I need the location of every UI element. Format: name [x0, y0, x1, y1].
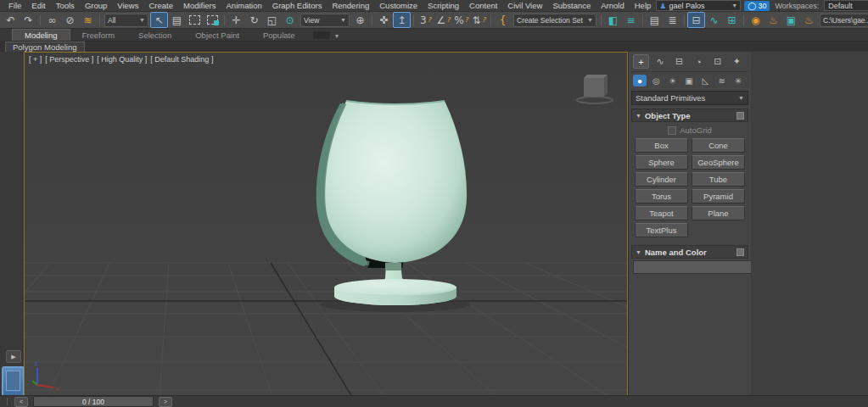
panel-tab-display[interactable]: ⊡ [709, 54, 725, 69]
edit-named-selection-sets-button[interactable]: { [494, 12, 512, 28]
ribbon-tab-modeling[interactable]: Modeling [12, 29, 70, 41]
category-lights-icon[interactable]: ☀ [666, 75, 680, 86]
align-button[interactable]: ≡ [622, 12, 640, 28]
menu-arnold[interactable]: Arnold [596, 0, 629, 11]
panel-tab-create[interactable]: + [633, 54, 649, 69]
workspace-dropdown[interactable]: Default ▼ [824, 0, 868, 11]
perspective-viewport[interactable]: [ + ][ Perspective ][ High Quality ][ De… [24, 52, 628, 396]
menu-views[interactable]: Views [112, 0, 143, 11]
viewport-quality-label[interactable]: [ High Quality ] [97, 55, 147, 64]
category-cameras-icon[interactable]: ▣ [682, 75, 696, 86]
use-pivot-point-center-button[interactable]: ⊕ [351, 12, 369, 28]
next-frame-button[interactable]: > [159, 397, 172, 407]
cone-button[interactable]: Cone [692, 138, 745, 153]
geosphere-button[interactable]: GeoSphere [692, 155, 745, 170]
percent-snap-button[interactable]: %? [452, 12, 470, 28]
category-helpers-icon[interactable]: ◺ [698, 75, 712, 86]
select-and-link-button[interactable]: ∞ [43, 12, 61, 28]
name-and-color-rollout-header[interactable]: ▼ Name and Color [631, 245, 748, 259]
plane-button[interactable]: Plane [692, 206, 745, 220]
cylinder-button[interactable]: Cylinder [635, 172, 688, 187]
keyboard-shortcut-override-button[interactable]: ↥ [393, 12, 411, 28]
selection-filter-dropdown[interactable]: All▼ [104, 14, 148, 27]
ribbon-toggle-button[interactable]: ⊟ [687, 12, 705, 28]
panel-tab-modify[interactable]: ∿ [652, 54, 669, 69]
curve-editor-button[interactable]: ∿ [705, 12, 723, 28]
schematic-view-button[interactable]: ⊞ [723, 12, 741, 28]
menu-rendering[interactable]: Rendering [327, 0, 374, 11]
rectangular-selection-region-button[interactable] [186, 12, 204, 28]
select-and-place-button[interactable]: ⊙ [281, 12, 299, 28]
select-and-scale-button[interactable]: ◱ [263, 12, 281, 28]
autogrid-checkbox[interactable] [668, 126, 676, 135]
category-shapes-icon[interactable]: ◎ [649, 75, 663, 86]
create-selection-set-dropdown[interactable]: Create Selection Set▼ [513, 14, 596, 27]
ribbon-config-icon[interactable] [313, 31, 330, 39]
teapot-button[interactable]: Teapot [635, 206, 688, 220]
viewcube[interactable] [574, 70, 615, 105]
pyramid-button[interactable]: Pyramid [692, 189, 745, 204]
menu-graph-editors[interactable]: Graph Editors [267, 0, 328, 11]
render-setup-button[interactable]: ♨ [764, 12, 782, 28]
menu-file[interactable]: File [3, 0, 26, 11]
menu-edit[interactable]: Edit [26, 0, 50, 11]
reference-coordinate-system-dropdown[interactable]: View▼ [300, 14, 350, 27]
render-production-button[interactable]: ♨ [800, 12, 818, 28]
ribbon-tab-selection[interactable]: Selection [126, 30, 183, 41]
menu-tools[interactable]: Tools [51, 0, 80, 11]
menu-help[interactable]: Help [630, 0, 657, 11]
select-and-manipulate-button[interactable]: ✜ [375, 12, 393, 28]
unlink-selection-button[interactable]: ⊘ [61, 12, 79, 28]
textplus-button[interactable]: TextPlus [635, 223, 688, 237]
window-crossing-button[interactable] [204, 12, 221, 28]
viewport-shading-label[interactable]: [ Default Shading ] [150, 55, 213, 64]
select-object-button[interactable]: ↖ [150, 12, 168, 28]
panel-tab-utilities[interactable]: ✦ [729, 54, 745, 69]
object-name-input[interactable] [633, 260, 752, 274]
layout-tabs-expand-button[interactable]: ▶ [6, 350, 21, 363]
viewport-layout-tab-active[interactable] [2, 366, 25, 399]
previous-frame-button[interactable]: < [14, 397, 28, 407]
ribbon-tab-populate[interactable]: Populate [251, 30, 307, 41]
category-geometry-icon[interactable]: ● [633, 75, 647, 86]
select-and-rotate-button[interactable]: ↻ [245, 12, 263, 28]
sphere-button[interactable]: Sphere [635, 155, 688, 170]
primitive-type-dropdown[interactable]: Standard Primitives ▼ [631, 91, 748, 105]
scene-explorer-button[interactable]: ▤ [646, 12, 664, 28]
ribbon-tab-object-paint[interactable]: Object Paint [183, 30, 251, 41]
ribbon-tab-freeform[interactable]: Freeform [70, 30, 127, 41]
menu-create[interactable]: Create [143, 0, 178, 11]
time-badge[interactable]: ◯︎ 30 [744, 1, 770, 11]
select-and-move-button[interactable]: ✛ [227, 12, 245, 28]
viewport-general-menu[interactable]: [ + ] [29, 55, 42, 64]
select-by-name-button[interactable]: ▤ [168, 12, 186, 28]
menu-civil-view[interactable]: Civil View [502, 0, 547, 11]
viewport-pov-label[interactable]: [ Perspective ] [45, 55, 93, 64]
menu-content[interactable]: Content [464, 0, 502, 11]
torus-button[interactable]: Torus [635, 189, 688, 204]
menu-animation[interactable]: Animation [221, 0, 267, 11]
object-type-rollout-header[interactable]: ▼ Object Type [631, 109, 748, 122]
tube-button[interactable]: Tube [692, 172, 745, 187]
undo-button[interactable]: ↶ [2, 12, 20, 28]
box-button[interactable]: Box [635, 138, 688, 153]
spinner-snap-button[interactable]: ⇅? [470, 12, 488, 28]
time-slider[interactable]: 0 / 100 [33, 396, 154, 407]
redo-button[interactable]: ↷ [20, 12, 37, 28]
angle-snap-button[interactable]: ∠? [434, 12, 452, 28]
menu-modifiers[interactable]: Modifiers [178, 0, 221, 11]
caret-down-icon[interactable]: ▼ [333, 33, 339, 39]
menu-scripting[interactable]: Scripting [423, 0, 464, 11]
snaps-toggle-button[interactable]: 3? [417, 12, 434, 28]
material-editor-button[interactable]: ◉ [747, 12, 764, 28]
category-space-warps-icon[interactable]: ≋ [715, 75, 729, 86]
user-account-dropdown[interactable]: ♟ gael Palos ▼ [656, 0, 741, 11]
category-systems-icon[interactable]: ✳ [731, 75, 745, 86]
bind-to-space-warp-button[interactable]: ≋ [79, 12, 97, 28]
menu-group[interactable]: Group [80, 0, 112, 11]
project-folder-dropdown[interactable]: C:\Users\gae...3ds Max 202▼ [820, 14, 868, 27]
panel-tab-motion[interactable]: ◔ [691, 54, 707, 69]
menu-substance[interactable]: Substance [547, 0, 596, 11]
layer-explorer-button[interactable]: ≣ [664, 12, 681, 28]
menu-customize[interactable]: Customize [374, 0, 423, 11]
